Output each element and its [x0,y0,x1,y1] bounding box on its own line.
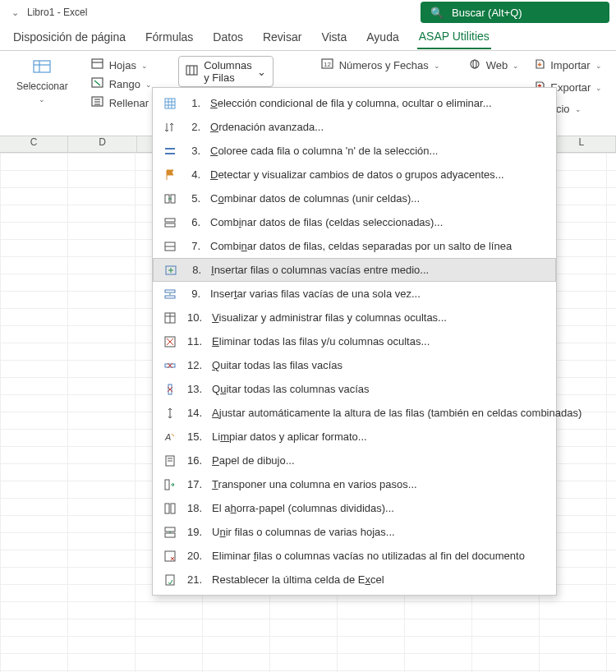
menu-item-label: Limpiar datos y aplicar formato... [212,430,367,443]
import-button[interactable]: Importar⌄ [529,56,607,75]
merge3-icon [163,239,177,254]
import-label: Importar [550,59,590,71]
svg-rect-55 [165,527,175,532]
menu-item-number: 17. [187,478,202,490]
tab-ayuda[interactable]: Ayuda [365,27,400,48]
svg-rect-23 [165,153,175,154]
chevron-down-icon: ⌄ [145,81,152,89]
svg-rect-53 [165,504,169,513]
transp-icon [163,477,177,492]
menu-item-label: Quitar todas las columnas vacías [212,383,370,395]
sort-icon [163,120,177,135]
menu-item-4[interactable]: 4. Detectar y visualizar cambios de dato… [153,163,556,186]
range-button[interactable]: Rango⌄ [86,75,157,94]
chevron-down-icon: ⌄ [141,62,148,70]
menu-item-18[interactable]: 18. El ahorra-papel (columnas divididas)… [153,496,556,520]
menu-item-13[interactable]: 13. Quitar todas las columnas vacías [153,377,556,401]
select-icon [30,58,53,77]
svg-rect-22 [165,148,175,150]
tab-f-rmulas[interactable]: Fórmulas [144,27,195,48]
tab-asap-utilities[interactable]: ASAP Utilities [417,26,491,49]
menu-item-11[interactable]: 11. Eliminar todas las filas y/u columna… [153,329,556,353]
chevron-down-icon: ⌄ [39,95,45,104]
menu-item-label: Transponer una columna en varios pasos..… [212,478,417,490]
columns-rows-button[interactable]: Columnas y Filas ⌄ [178,56,274,87]
qa-dropdown-icon[interactable]: ⌄ [11,7,19,18]
numbers-dates-button[interactable]: 12 Números y Fechas⌄ [316,56,445,75]
columns-rows-menu: 1. Selección condicional de fila y colum… [152,87,557,596]
clean-icon: A [163,430,177,444]
fill-label: Rellenar [109,97,149,109]
menu-item-number: 21. [187,573,202,586]
menu-item-17[interactable]: 17. Transponer una columna en varios pas… [153,472,556,496]
select-button[interactable]: Seleccionar ⌄ [11,56,73,105]
search-box[interactable]: 🔍 Buscar (Alt+Q) [421,2,609,23]
menu-item-number: 19. [187,526,202,538]
menu-item-number: 1. [187,97,200,109]
menu-item-15[interactable]: A 15. Limpiar datos y aplicar formato... [153,425,556,449]
menu-item-10[interactable]: 10. Visualizar y administrar filas y col… [153,306,556,329]
chevron-down-icon: ⌄ [257,66,266,78]
web-label: Web [486,59,508,71]
menu-item-label: Coloree cada fila o columna 'n' de la se… [210,145,438,157]
menu-item-6[interactable]: 6. Combinar datos de filas (celdas selec… [153,210,556,234]
svg-rect-26 [165,219,175,222]
menu-item-label: Ordenación avanzada... [210,121,324,133]
menu-item-7[interactable]: 7. Combinar datos de filas, celdas separ… [153,234,556,258]
rows-icon [163,144,177,159]
svg-rect-27 [165,223,175,227]
tab-revisar[interactable]: Revisar [261,27,303,48]
chevron-down-icon: ⌄ [513,62,519,70]
menu-item-16[interactable]: 16. Papel de dibujo... [153,449,556,472]
menu-item-label: Eliminar todas las filas y/u columnas oc… [212,335,430,348]
paper-icon [163,453,177,468]
merge2-icon [163,215,177,230]
menu-item-label: Restablecer la última celda de Excel [212,573,384,586]
menu-item-label: Detectar y visualizar cambios de datos o… [210,168,504,181]
rowx-icon [163,358,177,373]
web-button[interactable]: Web⌄ [463,56,525,75]
grid-icon [163,96,177,111]
menu-item-label: Selección condicional de fila y columna,… [210,97,492,109]
svg-point-16 [473,60,476,68]
menu-item-9[interactable]: 9. Insertar varias filas vacías de una s… [153,282,556,306]
sheets-button[interactable]: Hojas⌄ [86,56,153,75]
column-header[interactable]: C [0,136,68,152]
menu-item-number: 6. [187,216,200,228]
menu-item-3[interactable]: 3. Coloree cada fila o columna 'n' de la… [153,139,556,163]
fill-icon [91,96,104,110]
svg-rect-56 [165,533,175,537]
svg-text:12: 12 [324,61,331,68]
menu-item-label: Unir filas o columnas de varias hojas... [212,526,395,538]
menu-item-number: 13. [187,383,202,395]
svg-point-15 [471,60,479,68]
menu-item-label: Insertar filas o columnas vacías entre m… [211,264,429,276]
svg-rect-3 [92,59,103,68]
column-header[interactable]: L [548,136,616,152]
menu-item-19[interactable]: 19. Unir filas o columnas de varias hoja… [153,520,556,544]
svg-rect-10 [186,66,197,75]
reset-icon [163,573,177,587]
menu-item-1[interactable]: 1. Selección condicional de fila y colum… [153,91,556,115]
menu-item-label: Ajustar automáticamente la altura de las… [212,407,582,419]
menu-item-number: 12. [187,359,202,371]
tab-datos[interactable]: Datos [211,27,245,48]
menu-item-5[interactable]: 5. Combinar datos de columnas (unir celd… [153,186,556,210]
menu-item-8[interactable]: 8. Insertar filas o columnas vacías entr… [153,258,556,282]
colx-icon [163,382,177,397]
range-label: Rango [109,78,140,90]
menu-item-number: 10. [187,311,202,324]
menu-item-2[interactable]: 2. Ordenación avanzada... [153,115,556,139]
tab-disposici-n-de-p-gina[interactable]: Disposición de página [11,27,127,48]
column-header[interactable]: D [68,136,136,152]
menu-item-21[interactable]: 21. Restablecer la última celda de Excel [153,568,556,591]
sheets-icon [91,58,104,72]
menu-item-12[interactable]: 12. Quitar todas las filas vacías [153,353,556,377]
menu-item-number: 11. [187,335,202,348]
menu-item-number: 15. [187,430,202,443]
svg-rect-0 [34,61,50,72]
menu-item-20[interactable]: 20. Eliminar filas o columnas vacías no … [153,544,556,568]
menu-item-number: 18. [187,502,202,514]
menu-item-14[interactable]: 14. Ajustar automáticamente la altura de… [153,401,556,425]
tab-vista[interactable]: Vista [319,27,348,48]
